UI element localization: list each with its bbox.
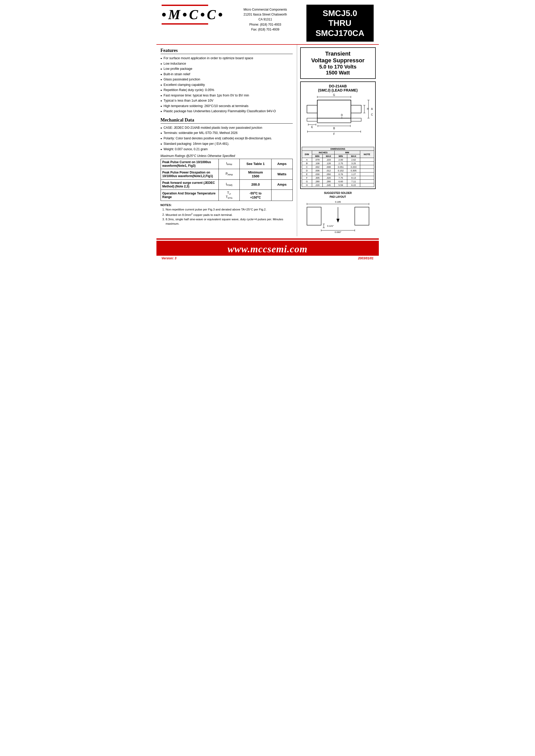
feature-item-10: High temperature soldering: 260°C/10 sec… <box>160 104 293 109</box>
svg-rect-3 <box>317 118 351 123</box>
dimensions-table: DIMENSIONS D/M INCHES MM NOTE MIN MAX MI… <box>302 147 374 187</box>
svg-rect-33 <box>307 207 321 225</box>
solder-pad-diagram: 0.185 0.121" 0.060" <box>304 199 372 233</box>
mech-item-1: CASE: JEDEC DO-214AB molded plastic body… <box>160 126 293 130</box>
table-row-2: Peak Pulse Power Disspation on 10/1000us… <box>160 169 293 180</box>
footer-date: 2003/01/01 <box>358 257 373 260</box>
col-mm-max: MAX <box>347 154 360 158</box>
feature-item-6: Excellent clamping capability <box>160 83 293 87</box>
footer-divider-top <box>156 238 379 240</box>
features-list: For surface mount application in order t… <box>160 56 293 114</box>
svg-rect-4 <box>307 118 317 121</box>
part-number-line2: THRU <box>309 18 371 28</box>
dim-row-g: G.280.2806.607.11 <box>302 180 374 183</box>
feature-item-3: Low profile package <box>160 67 293 71</box>
right-column: Transient Voltage Suppressor 5.0 to 170 … <box>297 45 379 236</box>
row1-value: See Table 1 <box>240 159 271 169</box>
table-row-1: Peak Pulse Current on 10/1000us waveform… <box>160 159 293 169</box>
svg-text:B: B <box>333 127 335 130</box>
row2-unit: Watts <box>271 169 293 180</box>
address-line2: CA 91311 <box>224 17 306 22</box>
dim-row-h: H.220.2455.596.22 <box>302 183 374 187</box>
mechanical-title: Mechanical Data <box>160 117 293 124</box>
svg-rect-2 <box>351 105 361 113</box>
row2-label: Peak Pulse Power Disspation on 10/1000us… <box>160 169 218 180</box>
note-2: Mounted on 8.0mm2 copper pads to each te… <box>166 212 293 217</box>
footer: www.mccsemi.com <box>156 241 379 256</box>
note-3: 8.3ms, single half sine-wave or equivale… <box>166 217 293 225</box>
svg-text:0.185: 0.185 <box>335 201 341 203</box>
pkg-title-line1: DO-214AB <box>302 84 374 88</box>
col-in-min: MIN <box>312 154 323 158</box>
logo: • M • C • C • <box>162 7 224 22</box>
part-number-line1: SMCJ5.0 <box>309 8 371 18</box>
col-mm-min: MIN <box>334 154 347 158</box>
mech-item-2: Terminals: solderable per MIL-STD-750, M… <box>160 131 293 135</box>
mech-item-3: Polarity: Color band denotes positive en… <box>160 136 293 141</box>
footer-url: www.mccsemi.com <box>156 243 379 255</box>
footer-bottom: Version: 3 2003/01/01 <box>156 256 379 261</box>
pkg-title-line2: (SMCJ) (LEAD FRAME) <box>302 88 374 92</box>
row4-symbol: TJ,TSTG <box>218 189 240 201</box>
row4-unit <box>271 189 293 201</box>
svg-rect-34 <box>355 207 369 225</box>
logo-bar-top <box>162 5 208 6</box>
tvs-line1: Transient <box>302 50 374 57</box>
mech-item-5: Weight: 0.007 ounce, 0.21 gram <box>160 147 293 152</box>
top-header: • M • C • C • Micro Commercial Component… <box>156 0 379 45</box>
company-name: Micro Commercial Components <box>224 7 306 12</box>
feature-item-4: Built-in strain relief <box>160 72 293 77</box>
feature-item-9: Typical I₀ less than 1uA above 10V <box>160 98 293 103</box>
svg-text:0.060": 0.060" <box>335 231 341 233</box>
footer-version: Version: 3 <box>162 257 177 260</box>
solder-label-line2: PAD LAYOUT <box>300 195 376 198</box>
feature-item-1: For surface mount application in order t… <box>160 56 293 61</box>
features-title: Features <box>160 48 293 54</box>
dim-col-inches: INCHES <box>312 151 334 154</box>
svg-text:C: C <box>371 113 373 116</box>
row1-symbol: IPPM <box>218 159 240 169</box>
row1-label: Peak Pulse Current on 10/1000us waveform… <box>160 159 218 169</box>
row4-label: Operation And Storage Temperature Range <box>160 189 218 201</box>
feature-item-8: Fast response time: typical less than 1p… <box>160 93 293 98</box>
row2-symbol: PPPM <box>218 169 240 180</box>
package-diagram: G H D A C <box>302 92 374 145</box>
left-column: Features For surface mount application i… <box>156 45 297 236</box>
tvs-line2: Voltage Suppressor <box>302 57 374 64</box>
svg-text:G: G <box>333 94 335 97</box>
phone: Phone: (818) 701-4933 <box>224 22 306 27</box>
col-in-max: MAX <box>323 154 334 158</box>
company-info: Micro Commercial Components 21201 Itasca… <box>224 5 306 32</box>
dim-col-mm: MM <box>334 151 360 154</box>
feature-item-5: Glass passivated junction <box>160 77 293 82</box>
svg-text:0.121": 0.121" <box>327 225 334 227</box>
feature-item-2: Low inductance <box>160 62 293 66</box>
note-1: Non-repetitive current pulse per Fig.3 a… <box>166 207 293 211</box>
dim-col-dm: D/M <box>302 151 312 158</box>
row2-value: Minimum1500 <box>240 169 271 180</box>
tvs-line4: 1500 Watt <box>302 70 374 76</box>
dim-row-a: A.079.1032.002.62 <box>302 158 374 162</box>
svg-text:A: A <box>371 108 373 110</box>
dim-row-d: D.006.0120.1520.305 <box>302 169 374 173</box>
main-content: Features For surface mount application i… <box>156 45 379 236</box>
dim-row-f: F.305.3207.758.13 <box>302 176 374 180</box>
part-number-box: SMCJ5.0 THRU SMCJ170CA <box>306 5 374 42</box>
svg-rect-0 <box>317 100 351 118</box>
svg-text:F: F <box>333 133 335 135</box>
logo-area: • M • C • C • <box>162 5 224 25</box>
fax: Fax: (818) 701-4939 <box>224 27 306 32</box>
dim-header: DIMENSIONS <box>302 147 374 151</box>
row3-value: 200.0 <box>240 180 271 189</box>
row1-unit: Amps <box>271 159 293 169</box>
dim-row-c: C.002.0080.0510.203 <box>302 165 374 169</box>
svg-rect-1 <box>307 105 317 113</box>
table-row-3: Peak forward surge current (JEDEC Method… <box>160 180 293 189</box>
solder-label-line1: SUGGESTED SOLDER <box>300 192 376 194</box>
row3-label: Peak forward surge current (JEDEC Method… <box>160 180 218 189</box>
mech-item-4: Standard packaging: 16mm tape per ( EIA … <box>160 142 293 146</box>
pkg-box: DO-214AB (SMCJ) (LEAD FRAME) <box>300 81 376 189</box>
ratings-table: Peak Pulse Current on 10/1000us waveform… <box>160 159 293 201</box>
feature-item-11: Plastic package has Underwrites Laborato… <box>160 109 293 114</box>
part-number-line3: SMCJ170CA <box>309 28 371 38</box>
